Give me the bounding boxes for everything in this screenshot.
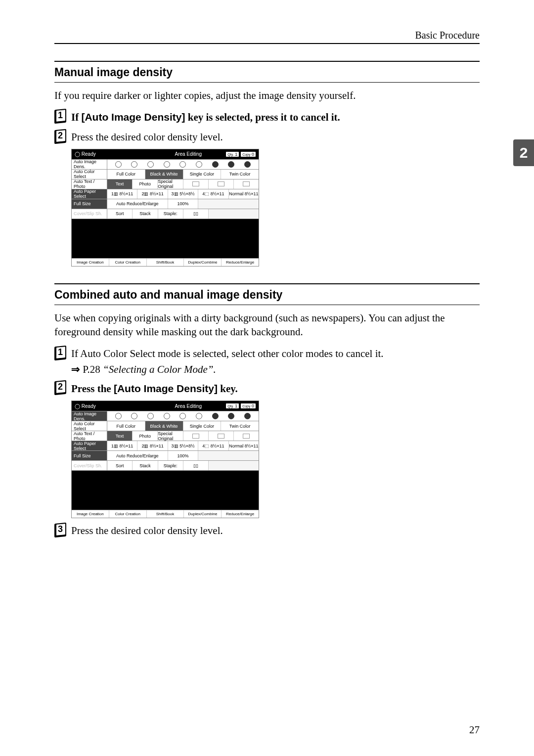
step-1-1: 1 If [Auto Image Density] key is selecte… xyxy=(54,109,480,124)
bypass-button[interactable]: Normal 8½×11 xyxy=(229,189,259,199)
auto-paper-select-button[interactable]: Auto Paper Select xyxy=(72,441,107,450)
step-1-2: 2 Press the desired color density level. xyxy=(54,130,480,144)
auto-image-density-button[interactable]: Auto Image Dens. xyxy=(72,160,107,169)
tray-2-button[interactable]: 2▥ 8½×11 xyxy=(137,441,168,450)
orientation-2-icon[interactable] xyxy=(209,179,234,189)
cover-slip-button[interactable]: Cover/Slip Sh. xyxy=(72,461,107,470)
status-ready: ◯ Ready xyxy=(75,151,150,157)
auto-reduce-enlarge-button[interactable]: Auto Reduce/Enlarge xyxy=(107,199,168,209)
auto-reduce-enlarge-button[interactable]: Auto Reduce/Enlarge xyxy=(107,451,168,460)
duplex-combine-tab[interactable]: Duplex/Combine xyxy=(184,259,222,266)
preview-area xyxy=(72,219,259,258)
reduce-enlarge-tab[interactable]: Reduce/Enlarge xyxy=(222,510,259,518)
status-ready: ◯ Ready xyxy=(75,403,150,409)
photo-button[interactable]: Photo xyxy=(133,179,158,189)
qty-counter: Qty. 1 xyxy=(226,152,239,157)
text-button[interactable]: Text xyxy=(107,179,133,189)
black-white-button[interactable]: Black & White xyxy=(145,421,183,431)
chapter-tab: 2 xyxy=(513,139,534,166)
twin-color-button[interactable]: Twin Color xyxy=(221,170,259,179)
orientation-3-icon[interactable] xyxy=(234,431,259,441)
tray-3-button[interactable]: 3▥ 5½×8½ xyxy=(168,189,198,199)
color-creation-tab[interactable]: Color Creation xyxy=(109,259,147,266)
preview-area xyxy=(72,470,259,510)
step-2-2-text: Press the [Auto Image Density] key. xyxy=(71,381,238,396)
shift-book-tab[interactable]: Shift/Book xyxy=(147,259,184,266)
sort-button[interactable]: Sort xyxy=(107,209,133,219)
duplex-combine-tab[interactable]: Duplex/Combine xyxy=(184,510,222,518)
bypass-button[interactable]: Normal 8½×11 xyxy=(229,441,259,450)
image-creation-tab[interactable]: Image Creation xyxy=(72,259,109,266)
orientation-1-icon[interactable] xyxy=(183,179,209,189)
ratio-display: 100% xyxy=(168,451,199,460)
running-header: Basic Procedure xyxy=(54,30,480,41)
auto-text-photo-button[interactable]: Auto Text / Photo xyxy=(72,431,107,441)
intro-combined: Use when copying originals with a dirty … xyxy=(54,311,480,339)
stack-button[interactable]: Stack xyxy=(133,209,158,219)
copier-panel-screenshot-2: ◯ Ready Area Editing Qty. 1 Copy 0 Auto … xyxy=(71,400,259,518)
staple-option-icon[interactable]: ▯▯ xyxy=(183,461,209,470)
density-scale[interactable] xyxy=(107,160,259,169)
full-color-button[interactable]: Full Color xyxy=(107,421,145,431)
page-number: 27 xyxy=(469,724,480,736)
cross-reference: ⇒ P.28 “Selecting a Color Mode”. xyxy=(71,363,480,376)
staple-label: Staple: xyxy=(158,461,183,470)
reduce-enlarge-tab[interactable]: Reduce/Enlarge xyxy=(222,259,259,266)
step-2-1-text: If Auto Color Select mode is selected, s… xyxy=(71,346,384,360)
step-number-icon: 2 xyxy=(54,381,66,395)
area-editing-label: Area Editing xyxy=(150,403,226,409)
cover-slip-button[interactable]: Cover/Slip Sh. xyxy=(72,209,107,219)
step-2-3-text: Press the desired color density level. xyxy=(71,523,223,537)
header-rule xyxy=(54,43,480,44)
single-color-button[interactable]: Single Color xyxy=(183,421,222,431)
step-number-icon: 1 xyxy=(54,346,66,360)
single-color-button[interactable]: Single Color xyxy=(183,170,222,179)
tray-1-button[interactable]: 1▥ 8½×11 xyxy=(107,441,137,450)
density-scale[interactable] xyxy=(107,411,259,421)
copier-panel-screenshot-1: ◯ Ready Area Editing Qty. 1 Copy 0 Auto … xyxy=(71,149,259,267)
tray-1-button[interactable]: 1▥ 8½×11 xyxy=(107,189,137,199)
heading-manual-density: Manual image density xyxy=(54,61,480,83)
orientation-2-icon[interactable] xyxy=(209,431,234,441)
auto-text-photo-button[interactable]: Auto Text / Photo xyxy=(72,179,107,189)
staple-label: Staple: xyxy=(158,209,183,219)
image-creation-tab[interactable]: Image Creation xyxy=(72,510,109,518)
area-editing-label: Area Editing xyxy=(150,151,226,157)
full-size-button[interactable]: Full Size xyxy=(72,199,107,209)
ratio-display: 100% xyxy=(168,199,199,209)
tray-4-button[interactable]: 4⬚ 8½×11 xyxy=(198,189,228,199)
orientation-3-icon[interactable] xyxy=(234,179,259,189)
step-number-icon: 3 xyxy=(54,523,66,537)
special-original-button[interactable]: Special Original xyxy=(158,431,183,441)
tray-2-button[interactable]: 2▥ 8½×11 xyxy=(137,189,168,199)
tray-4-button[interactable]: 4⬚ 8½×11 xyxy=(198,441,228,450)
step-2-1: 1 If Auto Color Select mode is selected,… xyxy=(54,346,480,360)
step-2-2: 2 Press the [Auto Image Density] key. xyxy=(54,381,480,396)
sort-button[interactable]: Sort xyxy=(107,461,133,470)
color-creation-tab[interactable]: Color Creation xyxy=(109,510,147,518)
photo-button[interactable]: Photo xyxy=(133,431,158,441)
full-color-button[interactable]: Full Color xyxy=(107,170,145,179)
step-1-1-text: If [Auto Image Density] key is selected,… xyxy=(71,109,340,124)
copy-counter: Copy 0 xyxy=(241,403,256,408)
qty-counter: Qty. 1 xyxy=(226,403,239,408)
tray-3-button[interactable]: 3▥ 5½×8½ xyxy=(168,441,198,450)
text-button[interactable]: Text xyxy=(107,431,133,441)
auto-color-select-button[interactable]: Auto Color Select xyxy=(72,421,107,431)
stack-button[interactable]: Stack xyxy=(133,461,158,470)
heading-combined-density: Combined auto and manual image density xyxy=(54,283,480,305)
auto-color-select-button[interactable]: Auto Color Select xyxy=(72,170,107,179)
twin-color-button[interactable]: Twin Color xyxy=(221,421,259,431)
staple-option-icon[interactable]: ▯▯ xyxy=(183,209,209,219)
step-2-3: 3 Press the desired color density level. xyxy=(54,523,480,537)
special-original-button[interactable]: Special Original xyxy=(158,179,183,189)
full-size-button[interactable]: Full Size xyxy=(72,451,107,460)
black-white-button[interactable]: Black & White xyxy=(145,170,183,179)
copy-counter: Copy 0 xyxy=(241,152,256,157)
auto-paper-select-button[interactable]: Auto Paper Select xyxy=(72,189,107,199)
intro-manual: If you require darker or lighter copies,… xyxy=(54,89,480,102)
auto-image-density-button[interactable]: Auto Image Dens. xyxy=(72,411,107,421)
shift-book-tab[interactable]: Shift/Book xyxy=(147,510,184,518)
step-number-icon: 1 xyxy=(54,109,66,123)
orientation-1-icon[interactable] xyxy=(183,431,209,441)
